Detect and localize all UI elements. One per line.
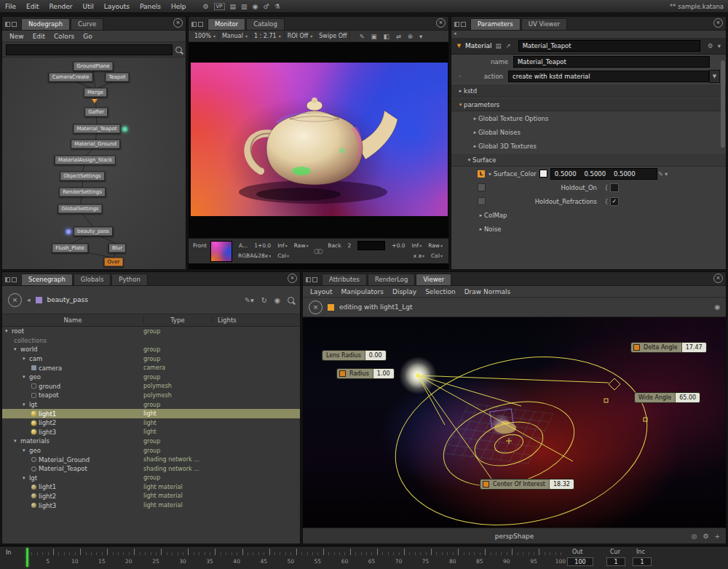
- surface-group-row[interactable]: ▾Surface: [451, 153, 726, 167]
- manipulator-label-radius[interactable]: Radius1.00: [336, 368, 395, 379]
- viewer-menu-layout[interactable]: Layout: [306, 288, 337, 295]
- node-rendersettings[interactable]: RenderSettings: [59, 188, 106, 197]
- node-material_ground[interactable]: Material_Ground: [71, 140, 120, 149]
- manipulator-label-center-of-interest[interactable]: Center Of Interest18.32: [480, 479, 574, 490]
- goto-node-icon[interactable]: ↗: [505, 42, 512, 49]
- node-name-field[interactable]: Material_Teapot: [518, 40, 700, 52]
- monitor-dropdown-manual[interactable]: Manual▾: [219, 31, 251, 41]
- holdout-on-checkbox[interactable]: [610, 183, 619, 192]
- node-material_teapot[interactable]: Material_Teapot: [73, 124, 120, 134]
- search-icon[interactable]: [288, 297, 294, 303]
- node-groundplane[interactable]: GroundPlane: [74, 62, 114, 71]
- close-icon[interactable]: ×: [436, 18, 446, 28]
- gear-icon[interactable]: ⚙: [202, 3, 208, 10]
- scenegraph-row-cam[interactable]: ▾camgroup: [2, 354, 300, 364]
- expand-icon[interactable]: ▸: [487, 171, 494, 177]
- node-flush_plate[interactable]: Flush_Plate: [52, 244, 88, 253]
- holdout-refractions-checkbox[interactable]: ✓: [610, 197, 619, 206]
- collapse-node-icon[interactable]: ▼: [456, 43, 462, 49]
- tab-renderlog[interactable]: RenderLog: [368, 274, 415, 285]
- close-icon[interactable]: ×: [713, 18, 723, 28]
- node-gaffer[interactable]: Gaffer: [84, 108, 108, 117]
- viewer-3d-viewport[interactable]: Lens Radius0.00Radius1.00Delta Angle17.4…: [303, 317, 726, 528]
- nodegraph-menu-go[interactable]: Go: [79, 33, 96, 40]
- column-name[interactable]: Name: [2, 317, 144, 324]
- expander-icon[interactable]: ▾: [23, 356, 29, 362]
- scenegraph-row-world[interactable]: ▾worldgroup: [2, 345, 300, 354]
- nodegraph-menu-colors[interactable]: Colors: [50, 33, 79, 40]
- scenegraph-row-light2[interactable]: light2light material: [2, 492, 300, 501]
- scenegraph-row-teapot[interactable]: teapotpolymesh: [2, 391, 300, 400]
- colmap-group-row[interactable]: ▸ColMap: [451, 208, 726, 222]
- tab-monitor[interactable]: Monitor: [207, 18, 245, 30]
- viewer-menu-selection[interactable]: Selection: [421, 288, 459, 295]
- tab-scenegraph[interactable]: Scenegraph: [21, 274, 73, 285]
- node-merge[interactable]: Merge: [84, 88, 107, 98]
- pane-icons[interactable]: [5, 277, 17, 282]
- param-group-global-noises[interactable]: ▸Global Noises: [451, 125, 726, 139]
- menu-edit[interactable]: Edit: [21, 3, 44, 10]
- scenegraph-row-light1[interactable]: light1light material: [2, 482, 300, 492]
- search-icon[interactable]: [175, 47, 182, 53]
- pane-icons[interactable]: [191, 22, 203, 27]
- menu-util[interactable]: Util: [78, 3, 99, 10]
- menu-file[interactable]: File: [0, 3, 21, 10]
- back-inf-dropdown[interactable]: Inf▾: [412, 242, 422, 249]
- layers-icon[interactable]: ◧: [382, 33, 391, 40]
- back-colorspace-dropdown[interactable]: Col▾: [431, 252, 443, 259]
- monitor-icon[interactable]: ▥: [241, 3, 248, 10]
- monitor-dropdown-100-[interactable]: 100%▾: [191, 31, 219, 41]
- viewer-menu-manipulators[interactable]: Manipulators: [337, 288, 388, 295]
- raw-dropdown[interactable]: Raw▾: [294, 242, 309, 249]
- kstd-group-row[interactable]: ▸kstd: [451, 84, 726, 98]
- channels-dropdown[interactable]: RGBA&28x▾: [238, 252, 271, 259]
- view-flag-icon[interactable]: [92, 99, 98, 103]
- target-icon[interactable]: ⊕: [406, 33, 414, 40]
- camera-name[interactable]: perspShape: [495, 533, 534, 540]
- scenegraph-row-lgt[interactable]: ▾lgtgroup: [2, 400, 300, 410]
- manipulator-label-lens-radius[interactable]: Lens Radius0.00: [322, 350, 387, 361]
- squares-icon[interactable]: ▣: [370, 33, 379, 40]
- pane-icons[interactable]: [454, 22, 466, 27]
- pane-icons[interactable]: [5, 22, 17, 27]
- cur-field[interactable]: 1: [606, 557, 625, 566]
- column-type[interactable]: Type: [144, 317, 212, 324]
- colorspace-dropdown[interactable]: Col▾: [277, 252, 289, 259]
- node-teapot[interactable]: Teapot: [105, 73, 129, 82]
- tab-python[interactable]: Python: [111, 274, 147, 285]
- column-lights[interactable]: Lights: [212, 317, 300, 324]
- scenegraph-row-geo[interactable]: ▾geogroup: [2, 373, 300, 382]
- manipulator-label-wide-angle[interactable]: Wide Angle65.00: [634, 392, 700, 403]
- working-set-icon[interactable]: ×: [8, 293, 22, 307]
- gear-icon[interactable]: ⚙: [703, 533, 708, 540]
- node-menu-icon[interactable]: ▾: [717, 42, 721, 49]
- node-materialassign_stack[interactable]: MaterialAssign_Stack: [55, 156, 116, 165]
- tab-viewer[interactable]: Viewer: [416, 274, 451, 285]
- scenegraph-row-geo[interactable]: ▾geogroup: [2, 446, 300, 455]
- scrollbar[interactable]: [721, 60, 725, 148]
- out-field[interactable]: 100: [567, 557, 593, 566]
- scenegraph-row-materials[interactable]: ▾materialsgroup: [2, 437, 300, 446]
- update-toggle-icon[interactable]: ◉: [714, 303, 720, 311]
- scenegraph-row-light2[interactable]: light2light: [2, 418, 300, 428]
- tab-attributes[interactable]: Attributes: [322, 274, 367, 285]
- pen-icon[interactable]: ✎▾: [245, 296, 254, 304]
- front-label[interactable]: Front: [193, 242, 207, 249]
- action-dropdown[interactable]: create with kstd material: [508, 71, 709, 82]
- back-label[interactable]: Back: [328, 242, 341, 249]
- action-dropdown-arrow[interactable]: ▼: [709, 70, 720, 83]
- working-set-icon[interactable]: ×: [309, 301, 323, 314]
- param-group-global-texture-options[interactable]: ▸Global Texture Options: [451, 111, 726, 125]
- param-history-arrow[interactable]: ◂: [451, 31, 726, 37]
- eye-icon[interactable]: ◎: [692, 533, 697, 540]
- scenegraph-row-light1[interactable]: light1light: [2, 409, 300, 418]
- live-update-icon[interactable]: ◉: [274, 296, 280, 304]
- scenegraph-row-ground[interactable]: groundpolymesh: [2, 382, 300, 391]
- monitor-dropdown-swipe-off[interactable]: Swipe Off: [316, 31, 350, 41]
- menu-render[interactable]: Render: [44, 3, 78, 10]
- playhead[interactable]: [26, 548, 28, 567]
- xa-dropdown[interactable]: x a▾: [414, 252, 424, 259]
- expander-icon[interactable]: ▾: [23, 447, 29, 453]
- menu-panels[interactable]: Panels: [135, 3, 166, 10]
- search-input[interactable]: [6, 44, 173, 55]
